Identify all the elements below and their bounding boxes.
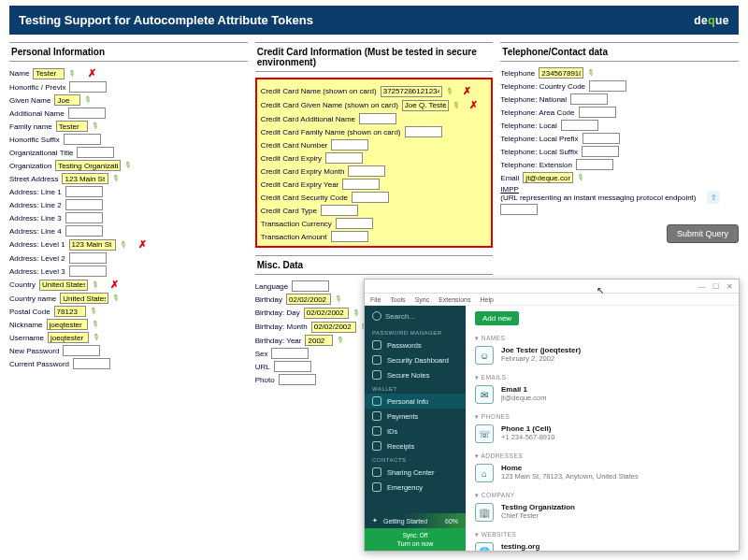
input-addr3[interactable] bbox=[65, 212, 103, 223]
input-birthday[interactable] bbox=[286, 294, 331, 305]
sec-names[interactable]: NAMES bbox=[475, 335, 729, 342]
sidebar-item-secure-notes[interactable]: Secure Notes bbox=[365, 367, 466, 382]
label-additional-name: Additional Name bbox=[9, 109, 65, 118]
sidebar-item-payments[interactable]: Payments bbox=[365, 409, 466, 424]
sidebar-item-passwords[interactable]: Passwords bbox=[365, 337, 466, 352]
input-given-name[interactable] bbox=[54, 94, 80, 106]
input-cc-expiry-year[interactable] bbox=[342, 179, 380, 190]
sec-emails[interactable]: EMAILS bbox=[475, 374, 729, 381]
entry-company[interactable]: 🏢Testing OrganizationChief Tester bbox=[475, 503, 729, 522]
menu-help[interactable]: Help bbox=[480, 296, 493, 303]
input-tel-national[interactable] bbox=[570, 93, 608, 105]
input-bday-month[interactable] bbox=[311, 322, 356, 333]
input-cc-type[interactable] bbox=[321, 205, 358, 216]
sync-panel[interactable]: Sync: OffTurn on now bbox=[365, 528, 466, 551]
add-new-button[interactable]: Add new bbox=[475, 311, 519, 325]
sidebar-item-security-dashboard[interactable]: Security Dashboard bbox=[365, 352, 466, 367]
input-additional-name[interactable] bbox=[68, 108, 106, 119]
getting-started[interactable]: ✦Getting Started60% bbox=[365, 513, 466, 528]
input-cc-additional[interactable] bbox=[359, 113, 396, 124]
input-username[interactable] bbox=[48, 332, 89, 343]
entry-email[interactable]: ✉Email 1jt@deque.com bbox=[475, 385, 729, 404]
entry-website[interactable]: 🌐testing.org bbox=[475, 542, 729, 551]
input-cc-number[interactable] bbox=[331, 139, 368, 151]
label-addr2: Address: Line 2 bbox=[9, 201, 62, 209]
label-level3: Address: Level 3 bbox=[9, 267, 65, 276]
sec-company[interactable]: COMPANY bbox=[475, 492, 729, 499]
input-cc-csc[interactable] bbox=[352, 192, 389, 203]
input-addr4[interactable] bbox=[65, 225, 103, 237]
input-level1[interactable] bbox=[69, 239, 116, 251]
input-bday-year[interactable] bbox=[305, 335, 333, 346]
input-current-password[interactable] bbox=[73, 358, 110, 369]
input-level2[interactable] bbox=[69, 252, 107, 264]
input-cc-amount[interactable] bbox=[331, 231, 368, 242]
input-organization[interactable] bbox=[55, 160, 121, 171]
input-street-address[interactable] bbox=[62, 173, 108, 184]
input-honorific-prefix[interactable] bbox=[69, 81, 107, 93]
input-org-title[interactable] bbox=[77, 147, 114, 158]
entry-title: Home bbox=[501, 464, 639, 472]
input-postal[interactable] bbox=[54, 306, 86, 317]
submit-button[interactable]: Submit Query bbox=[667, 224, 739, 243]
input-photo[interactable] bbox=[279, 374, 316, 385]
input-impp[interactable] bbox=[500, 204, 538, 215]
menu-file[interactable]: File bbox=[370, 296, 381, 303]
sec-phones[interactable]: PHONES bbox=[475, 413, 729, 421]
label-cc-name: Credit Card Name (shown on card) bbox=[261, 87, 377, 95]
input-tel-local-suffix[interactable] bbox=[582, 146, 619, 157]
minimize-icon[interactable]: — bbox=[698, 282, 705, 291]
menu-extensions[interactable]: Extensions bbox=[439, 296, 470, 303]
input-sex[interactable] bbox=[271, 348, 309, 359]
input-tel-local-prefix[interactable] bbox=[583, 133, 620, 144]
maximize-icon[interactable]: ☐ bbox=[712, 282, 719, 291]
entry-name[interactable]: ☺Joe Tester (joeqtester)February 2, 2002 bbox=[475, 346, 729, 365]
input-email[interactable] bbox=[523, 172, 573, 183]
input-country[interactable] bbox=[39, 280, 88, 291]
input-url[interactable] bbox=[274, 361, 311, 372]
input-addr2[interactable] bbox=[65, 199, 103, 210]
input-country-name[interactable] bbox=[60, 293, 108, 304]
input-cc-family[interactable] bbox=[405, 126, 442, 137]
share-icon[interactable]: ⇪ bbox=[707, 191, 720, 204]
close-icon[interactable]: ✕ bbox=[726, 282, 733, 291]
input-bday-day[interactable] bbox=[304, 308, 349, 319]
sec-websites[interactable]: WEBSITES bbox=[475, 531, 729, 538]
menu-sync[interactable]: Sync bbox=[415, 296, 430, 303]
turn-on-now[interactable]: Turn on now bbox=[397, 540, 434, 547]
input-tel-cc[interactable] bbox=[589, 80, 626, 92]
person-icon bbox=[372, 396, 381, 406]
input-tel-local[interactable] bbox=[561, 120, 598, 131]
sidebar-item-emergency[interactable]: Emergency bbox=[365, 480, 466, 495]
input-addr1[interactable] bbox=[65, 186, 103, 197]
x-mark-icon: ✗ bbox=[138, 238, 147, 251]
pencil-icon: ✎ bbox=[351, 307, 362, 319]
input-name[interactable] bbox=[33, 68, 65, 79]
sidebar-item-personal-info[interactable]: Personal Info bbox=[365, 394, 466, 409]
sec-addresses[interactable]: ADDRESSES bbox=[475, 452, 729, 460]
label-tel-local-suffix: Telephone: Local Suffix bbox=[500, 148, 578, 156]
input-language[interactable] bbox=[292, 280, 329, 292]
input-level3[interactable] bbox=[69, 266, 107, 277]
input-cc-expiry-month[interactable] bbox=[348, 165, 385, 177]
input-cc-expiry[interactable] bbox=[325, 152, 363, 164]
input-cc-given[interactable] bbox=[402, 100, 449, 111]
menu-tools[interactable]: Tools bbox=[390, 296, 405, 303]
input-cc-currency[interactable] bbox=[336, 218, 373, 229]
input-new-password[interactable] bbox=[63, 345, 100, 356]
sidebar-item-receipts[interactable]: Receipts bbox=[365, 438, 466, 453]
entry-phone[interactable]: ☏Phone 1 (Cell)+1 234-567-8910 bbox=[475, 424, 729, 443]
input-honorific-suffix[interactable] bbox=[64, 134, 101, 145]
label-cc-given: Credit Card Given Name (shown on card) bbox=[261, 101, 398, 109]
entry-address[interactable]: ⌂Home123 Main St, 78123, Anytown, United… bbox=[475, 464, 729, 482]
entry-sub: +1 234-567-8910 bbox=[501, 433, 554, 441]
sidebar-item-sharing-center[interactable]: Sharing Center bbox=[365, 465, 466, 480]
sidebar-item-ids[interactable]: IDs bbox=[365, 424, 466, 438]
input-cc-name[interactable] bbox=[381, 86, 442, 97]
input-family-name[interactable] bbox=[56, 121, 88, 132]
input-nickname[interactable] bbox=[47, 319, 88, 330]
input-tel[interactable] bbox=[539, 67, 583, 79]
input-tel-area[interactable] bbox=[579, 107, 616, 118]
input-tel-extension[interactable] bbox=[576, 159, 613, 170]
pm-search[interactable]: Search... bbox=[365, 306, 466, 326]
